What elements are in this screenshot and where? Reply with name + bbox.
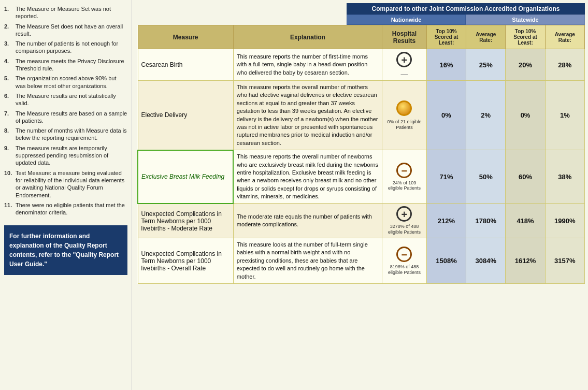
table-row: Unexpected Complications in Term Newborn… — [138, 238, 585, 284]
top10-nationwide-cell: 212% — [426, 204, 466, 238]
top10-nationwide-cell: 71% — [426, 150, 466, 204]
footnote-text: The Measure results are not statisticall… — [16, 92, 127, 107]
hospital-dashes: — — [385, 69, 423, 78]
footnote-text: There were no eligible patients that met… — [16, 201, 127, 216]
hospital-cell: +3278% of 488 eligible Patients — [382, 204, 427, 238]
footnote-num: 11. — [4, 201, 16, 216]
col-measure: Measure — [138, 25, 233, 49]
footnote-item: 6.The Measure results are not statistica… — [4, 92, 127, 107]
hospital-extra: 0% of 21 eligible Patients — [385, 119, 423, 131]
footnote-num: 9. — [4, 145, 16, 167]
footnote-num: 8. — [4, 127, 16, 142]
top10-statewide-cell: 60% — [506, 150, 545, 204]
footnote-text: The Measure or Measure Set was not repor… — [16, 5, 127, 20]
footnote-item: 11.There were no eligible patients that … — [4, 201, 127, 216]
measure-name-cell: Cesarean Birth — [138, 49, 233, 81]
col-top10-nationwide: Top 10% Scored at Least: — [426, 25, 466, 49]
footnote-num: 4. — [4, 57, 16, 73]
comparison-header: Compared to other Joint Commission Accre… — [347, 3, 585, 15]
avg-nationwide-cell: 2% — [466, 81, 506, 150]
page-container: 1.The Measure or Measure Set was not rep… — [0, 0, 588, 390]
footnote-num: 7. — [4, 110, 16, 125]
hospital-extra: 3278% of 488 eligible Patients — [385, 224, 423, 235]
avg-nationwide-cell: 1780% — [466, 204, 506, 238]
hospital-extra: 24% of 109 eligible Patients — [385, 180, 423, 192]
info-box: For further information and explanation … — [4, 225, 127, 275]
col-avg-nationwide: Average Rate: — [466, 25, 506, 49]
footnote-item: 7.The Measure results are based on a sam… — [4, 110, 127, 125]
main-content: Compared to other Joint Commission Accre… — [132, 0, 588, 390]
hospital-cell: +— — [382, 49, 427, 81]
measure-name-cell: Exclusive Breast Milk Feeding — [138, 150, 233, 204]
column-header-row: Measure Explanation Hospital Results Top… — [138, 25, 585, 49]
footnote-item: 2.The Measure Set does not have an overa… — [4, 23, 127, 38]
avg-statewide-cell: 3157% — [545, 238, 584, 284]
top10-nationwide-cell: 0% — [426, 81, 466, 150]
avg-nationwide-cell: 3084% — [466, 238, 506, 284]
explanation-cell: This measure reports the overall number … — [233, 150, 382, 204]
col-hospital: Hospital Results — [382, 25, 427, 49]
footnote-text: The measure meets the Privacy Disclosure… — [16, 57, 127, 73]
footnote-num: 2. — [4, 23, 16, 38]
footnote-item: 1.The Measure or Measure Set was not rep… — [4, 5, 127, 20]
table-row: Unexpected Complications in Term Newborn… — [138, 204, 585, 238]
hospital-cell: −24% of 109 eligible Patients — [382, 150, 427, 204]
nationwide-header: Nationwide — [347, 15, 466, 25]
table-row: Exclusive Breast Milk FeedingThis measur… — [138, 150, 585, 204]
hospital-extra: 8196% of 488 eligible Patients — [385, 264, 423, 276]
col-explanation: Explanation — [233, 25, 382, 49]
footnote-item: 10.Test Measure: a measure being evaluat… — [4, 169, 127, 199]
footnote-text: The Measure results are based on a sampl… — [16, 110, 127, 125]
top10-statewide-cell: 20% — [506, 49, 545, 81]
measure-name-cell: Unexpected Complications in Term Newborn… — [138, 238, 233, 284]
footnote-text: The organization scored above 90% but wa… — [16, 75, 127, 90]
footnote-item: 4.The measure meets the Privacy Disclosu… — [4, 57, 127, 73]
avg-statewide-cell: 1990% — [545, 204, 584, 238]
avg-statewide-cell: 38% — [545, 150, 584, 204]
explanation-cell: This measure reports the overall number … — [233, 81, 382, 150]
hospital-cell: −8196% of 488 eligible Patients — [382, 238, 427, 284]
minus-icon: − — [396, 247, 412, 262]
footnote-text: The number of patients is not enough for… — [16, 40, 127, 55]
explanation-cell: The moderate rate equals the number of p… — [233, 204, 382, 238]
footnote-num: 3. — [4, 40, 16, 55]
col-top10-statewide: Top 10% Scored at Least: — [506, 25, 545, 49]
top10-statewide-cell: 418% — [506, 204, 545, 238]
footnote-num: 6. — [4, 92, 16, 107]
avg-statewide-cell: 28% — [545, 49, 584, 81]
explanation-cell: This measure reports the number of first… — [233, 49, 382, 81]
top10-nationwide-cell: 16% — [426, 49, 466, 81]
table-row: Cesarean BirthThis measure reports the n… — [138, 49, 585, 81]
avg-nationwide-cell: 25% — [466, 49, 506, 81]
footnote-text: Test Measure: a measure being evaluated … — [16, 169, 127, 199]
footnotes-list: 1.The Measure or Measure Set was not rep… — [4, 5, 127, 216]
plus-icon: + — [396, 52, 412, 67]
explanation-cell: This measure looks at the number of full… — [233, 238, 382, 284]
footnote-item: 3.The number of patients is not enough f… — [4, 40, 127, 55]
footnote-text: The Measure Set does not have an overall… — [16, 23, 127, 38]
footnote-text: The measure results are temporarily supp… — [16, 145, 127, 167]
measure-name-cell: Unexpected Complications in Term Newborn… — [138, 204, 233, 238]
avg-statewide-cell: 1% — [545, 81, 584, 150]
hospital-cell: 0% of 21 eligible Patients — [382, 81, 427, 150]
minus-icon: − — [396, 163, 412, 178]
col-avg-statewide: Average Rate: — [545, 25, 584, 49]
footnote-item: 9.The measure results are temporarily su… — [4, 145, 127, 167]
measure-name-cell: Elective Delivery — [138, 81, 233, 150]
footnote-text: The number of months with Measure data i… — [16, 127, 127, 142]
top10-statewide-cell: 0% — [506, 81, 545, 150]
footnote-num: 5. — [4, 75, 16, 90]
avg-nationwide-cell: 50% — [466, 150, 506, 204]
footnote-num: 1. — [4, 5, 16, 20]
footnote-num: 10. — [4, 169, 16, 199]
top10-nationwide-cell: 1508% — [426, 238, 466, 284]
table-row: Elective DeliveryThis measure reports th… — [138, 81, 585, 150]
plus-icon: + — [396, 206, 412, 222]
top10-statewide-cell: 1612% — [506, 238, 545, 284]
sidebar: 1.The Measure or Measure Set was not rep… — [0, 0, 132, 390]
orange-icon — [396, 100, 412, 116]
data-table: Measure Explanation Hospital Results Top… — [137, 25, 585, 284]
statewide-header: Statewide — [466, 15, 585, 25]
footnote-item: 8.The number of months with Measure data… — [4, 127, 127, 142]
footnote-item: 5.The organization scored above 90% but … — [4, 75, 127, 90]
